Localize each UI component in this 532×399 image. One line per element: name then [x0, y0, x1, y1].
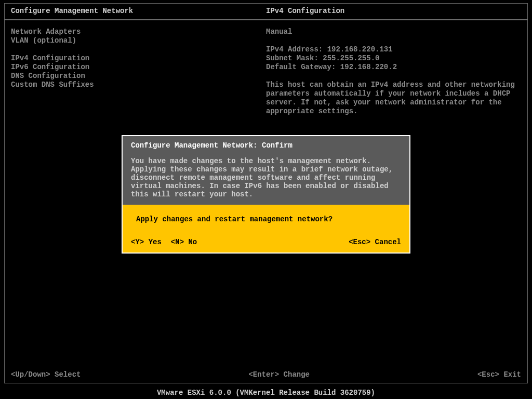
detail-description: This host can obtain an IPv4 address and…	[266, 81, 516, 116]
hint-esc-key: <Esc>	[477, 370, 499, 379]
dialog-title: Configure Management Network: Confirm	[131, 141, 401, 150]
no-key: <N>	[171, 238, 184, 246]
detail-mask-label: Subnet Mask:	[266, 54, 318, 62]
detail-gap	[266, 36, 516, 45]
dialog-actions: <Y> Yes <N> No <Esc> Cancel	[131, 238, 401, 246]
menu-gap	[11, 45, 266, 54]
header-row: Configure Management Network IPv4 Config…	[5, 4, 527, 19]
status-bar: VMware ESXi 6.0.0 (VMKernel Release Buil…	[0, 389, 532, 397]
detail-gw-row: Default Gateway: 192.168.220.2	[266, 63, 516, 72]
dialog-action-area: Apply changes and restart management net…	[123, 205, 409, 252]
detail-mask-value: 255.255.255.0	[323, 54, 379, 62]
dialog-question: Apply changes and restart management net…	[131, 212, 401, 238]
hint-enter: <Enter> Change	[248, 370, 310, 379]
menu-item-dns-suffixes[interactable]: Custom DNS Suffixes	[11, 81, 266, 89]
no-button[interactable]: <N> No	[171, 238, 197, 246]
menu-item-dns[interactable]: DNS Configuration	[11, 72, 266, 81]
detail-gw-label: Default Gateway:	[266, 63, 336, 71]
hint-esc: <Esc> Exit	[477, 370, 521, 379]
menu-item-vlan[interactable]: VLAN (optional)	[11, 36, 266, 45]
page-title-right: IPv4 Configuration	[266, 7, 521, 15]
detail-mask-row: Subnet Mask: 255.255.255.0	[266, 54, 516, 63]
hint-updown: <Up/Down> Select	[11, 370, 81, 379]
dialog-header-area: Configure Management Network: Confirm Yo…	[123, 136, 409, 205]
menu-item-network-adapters[interactable]: Network Adapters	[11, 28, 266, 36]
hint-updown-key: <Up/Down>	[11, 370, 50, 379]
detail-gw-value: 192.168.220.2	[340, 63, 397, 71]
cancel-button[interactable]: <Esc> Cancel	[349, 238, 401, 246]
detail-mode: Manual	[266, 28, 516, 36]
detail-ipv4-label: IPv4 Address:	[266, 45, 323, 54]
cancel-key: <Esc>	[349, 238, 370, 246]
confirm-dialog: Configure Management Network: Confirm Yo…	[122, 135, 410, 254]
menu-item-ipv6[interactable]: IPv6 Configuration	[11, 63, 266, 72]
hint-enter-key: <Enter>	[248, 370, 279, 379]
menu-column: Network Adapters VLAN (optional) IPv4 Co…	[11, 28, 266, 116]
body-row: Network Adapters VLAN (optional) IPv4 Co…	[5, 20, 527, 116]
hint-updown-label: Select	[55, 370, 81, 379]
detail-ipv4-row: IPv4 Address: 192.168.220.131	[266, 45, 516, 54]
cancel-label: Cancel	[375, 238, 401, 246]
hint-enter-label: Change	[284, 370, 310, 379]
dialog-body: You have made changes to the host's mana…	[131, 157, 401, 198]
detail-ipv4-value: 192.168.220.131	[327, 45, 393, 54]
no-label: No	[188, 238, 197, 246]
yes-key: <Y>	[131, 238, 144, 246]
menu-item-ipv4[interactable]: IPv4 Configuration	[11, 54, 266, 63]
page-title-left: Configure Management Network	[11, 7, 266, 15]
yes-label: Yes	[149, 238, 162, 246]
detail-column: Manual IPv4 Address: 192.168.220.131 Sub…	[266, 28, 521, 116]
yes-button[interactable]: <Y> Yes	[131, 238, 162, 246]
hint-esc-label: Exit	[503, 370, 521, 379]
screen: Configure Management Network IPv4 Config…	[0, 0, 532, 399]
key-hints: <Up/Down> Select <Enter> Change <Esc> Ex…	[11, 370, 521, 379]
